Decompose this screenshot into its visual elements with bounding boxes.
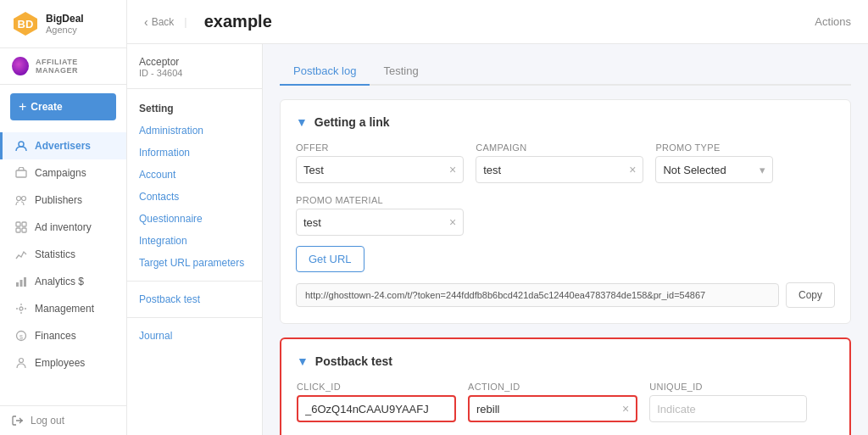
- analytics-icon: [14, 275, 28, 288]
- getting-link-header: ▼ Getting a link: [296, 115, 835, 129]
- logout-button[interactable]: Log out: [0, 405, 126, 435]
- sidebar-item-advertisers[interactable]: Advertisers: [0, 132, 126, 159]
- unique-id-input[interactable]: [657, 403, 799, 415]
- copy-url-button[interactable]: Copy: [786, 282, 835, 308]
- postback-test-card: ▼ Postback test CLICK_ID ACTION_ID: [280, 337, 851, 435]
- back-arrow-icon: ‹: [144, 15, 148, 29]
- promo-material-clear-icon[interactable]: ×: [449, 215, 456, 229]
- management-icon: [14, 302, 28, 315]
- affiliate-icon: [12, 57, 29, 75]
- getting-link-collapse-icon[interactable]: ▼: [296, 115, 308, 129]
- postback-test-link[interactable]: Postback test: [127, 288, 262, 310]
- promo-type-label: Promo type: [655, 142, 773, 153]
- sidebar-item-employees[interactable]: Employees: [0, 349, 126, 376]
- create-plus-icon: +: [19, 99, 26, 114]
- panel-link-account[interactable]: Account: [127, 164, 262, 186]
- employees-icon: [14, 356, 28, 370]
- action-id-input[interactable]: [476, 403, 619, 415]
- ad-inventory-icon: [14, 220, 28, 234]
- campaign-clear-icon[interactable]: ×: [629, 163, 636, 176]
- panel-link-questionnaire[interactable]: Questionnaire: [127, 208, 262, 230]
- sidebar-item-ad-inventory-label: Ad inventory: [35, 221, 92, 233]
- sidebar-item-finances-label: Finances: [35, 330, 76, 342]
- click-id-input-wrap: [297, 395, 456, 422]
- page-title: example: [204, 12, 272, 31]
- offer-group: Offer ×: [296, 142, 464, 183]
- panel-link-contacts[interactable]: Contacts: [127, 186, 262, 208]
- svg-text:BD: BD: [18, 18, 34, 31]
- panel-link-integration[interactable]: Integration: [127, 230, 262, 252]
- svg-rect-9: [22, 228, 26, 232]
- unique-id-group: UNIQUE_ID: [649, 382, 807, 422]
- offer-label: Offer: [296, 142, 464, 153]
- promo-type-select[interactable]: Not Selected: [663, 164, 756, 176]
- campaign-input[interactable]: [483, 164, 626, 176]
- panel-separator-1: [127, 281, 262, 282]
- campaign-group: Campaign ×: [476, 142, 643, 183]
- back-label: Back: [152, 16, 175, 28]
- postback-test-collapse-icon[interactable]: ▼: [297, 354, 309, 368]
- topbar: ‹ Back | example Actions: [127, 0, 868, 44]
- acceptor-label: Acceptor: [139, 56, 250, 68]
- offer-input-wrap: ×: [296, 156, 464, 183]
- acceptor-id: ID - 34604: [139, 68, 250, 78]
- campaign-input-wrap: ×: [476, 156, 643, 183]
- actions-button[interactable]: Actions: [815, 15, 851, 28]
- click-id-input[interactable]: [305, 403, 448, 415]
- sub-layout: Acceptor ID - 34604 Setting Administrati…: [127, 44, 868, 435]
- sidebar-item-publishers[interactable]: Publishers: [0, 187, 126, 214]
- create-label: Create: [31, 101, 62, 113]
- sidebar-item-advertisers-label: Advertisers: [35, 140, 91, 152]
- finances-icon: $: [14, 329, 28, 343]
- campaigns-icon: [14, 166, 28, 180]
- sidebar-item-statistics[interactable]: Statistics: [0, 241, 126, 268]
- offer-clear-icon[interactable]: ×: [449, 163, 456, 176]
- action-id-clear-icon[interactable]: ×: [622, 402, 629, 415]
- tabs: Postback log Testing: [280, 58, 851, 86]
- sidebar-item-analytics[interactable]: Analytics $: [0, 268, 126, 295]
- advertisers-icon: [14, 139, 28, 153]
- svg-rect-6: [16, 222, 20, 226]
- panel-separator-2: [127, 317, 262, 318]
- postback-test-form: CLICK_ID ACTION_ID × UNIQUE_ID: [297, 382, 834, 435]
- statistics-icon: [14, 248, 28, 261]
- sidebar-item-management[interactable]: Management: [0, 295, 126, 322]
- get-url-button[interactable]: Get URL: [296, 246, 364, 272]
- create-button[interactable]: + Create: [10, 93, 116, 120]
- click-id-group: CLICK_ID: [297, 382, 456, 422]
- sidebar: BD BigDeal Agency AFFILIATE MANAGER + Cr…: [0, 0, 127, 435]
- topbar-left: ‹ Back | example: [144, 12, 272, 31]
- back-button[interactable]: ‹ Back: [144, 15, 174, 29]
- sidebar-item-publishers-label: Publishers: [35, 194, 82, 206]
- svg-rect-3: [16, 170, 26, 177]
- svg-rect-7: [22, 222, 26, 226]
- promo-type-dropdown-wrap: Not Selected ▾: [655, 156, 773, 183]
- svg-point-16: [19, 359, 24, 363]
- panel-link-information[interactable]: Information: [127, 142, 262, 164]
- sidebar-item-campaigns[interactable]: Campaigns: [0, 159, 126, 187]
- panel-link-administration[interactable]: Administration: [127, 120, 262, 142]
- svg-text:$: $: [19, 334, 23, 340]
- logout-label: Log out: [31, 415, 64, 427]
- tab-postback-log[interactable]: Postback log: [280, 58, 370, 86]
- getting-link-card: ▼ Getting a link Offer × Campaign: [280, 99, 851, 324]
- url-row: http://ghosttown-24.com/t/?token=244fddf…: [296, 282, 835, 308]
- svg-point-4: [17, 197, 21, 201]
- sidebar-item-ad-inventory[interactable]: Ad inventory: [0, 214, 126, 241]
- journal-link[interactable]: Journal: [127, 325, 262, 347]
- unique-id-input-wrap: [649, 395, 807, 422]
- getting-link-title: Getting a link: [314, 115, 390, 129]
- panel-link-target-url[interactable]: Target URL parameters: [127, 252, 262, 274]
- action-id-label: ACTION_ID: [468, 382, 637, 392]
- sidebar-item-management-label: Management: [35, 303, 94, 315]
- tab-testing[interactable]: Testing: [370, 58, 431, 86]
- svg-rect-12: [24, 277, 26, 287]
- action-id-input-wrap: ×: [468, 395, 637, 422]
- url-display: http://ghosttown-24.com/t/?token=244fddf…: [296, 283, 779, 307]
- sidebar-item-analytics-label: Analytics $: [35, 276, 84, 287]
- offer-input[interactable]: [303, 164, 446, 176]
- svg-rect-8: [16, 228, 20, 232]
- promo-material-input[interactable]: [303, 216, 446, 229]
- svg-point-13: [19, 307, 23, 310]
- sidebar-item-finances[interactable]: $ Finances: [0, 322, 126, 349]
